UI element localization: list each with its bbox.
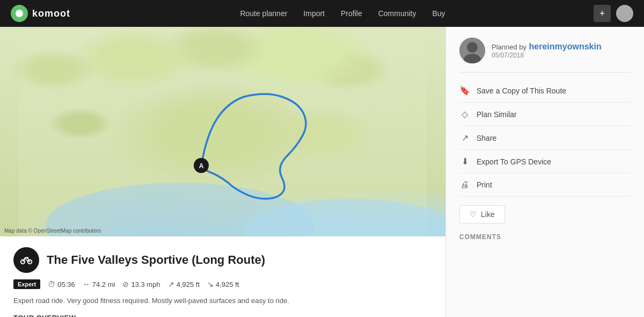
svg-point-9 — [467, 42, 478, 53]
route-svg: A — [0, 27, 445, 236]
descent-value: 4,925 ft — [216, 280, 239, 289]
map-container: A Map data © OpenStreetMap contributors — [0, 27, 445, 236]
planned-by-label: Planned by — [492, 43, 526, 51]
route-title: The Five Valleys Sportive (Long Route) — [47, 253, 265, 267]
print-action[interactable]: 🖨 Print — [459, 174, 631, 197]
stat-speed: ⊘ 13.3 mph — [122, 280, 160, 289]
planner-date: 05/07/2018 — [492, 52, 602, 59]
divider-1 — [459, 72, 631, 73]
distance-icon: ↔ — [83, 280, 90, 289]
nav-route-planner[interactable]: Route planner — [240, 9, 287, 18]
route-description: Expert road ride. Very good fitness requ… — [13, 296, 432, 306]
share-icon: ↗ — [459, 133, 470, 143]
speed-icon: ⊘ — [122, 280, 129, 289]
logo-icon — [11, 5, 28, 22]
heart-icon: ♡ — [470, 210, 477, 219]
duration-value: 05:36 — [57, 280, 75, 289]
export-gps-action[interactable]: ⬇ Export To GPS Device — [459, 150, 631, 174]
plan-similar-action[interactable]: ◇ Plan Similar — [459, 103, 631, 126]
planner-details: Planned by hereinmyownskin 05/07/2018 — [492, 42, 602, 59]
difficulty-badge: Expert — [13, 279, 40, 289]
main-nav: Route planner Import Profile Community B… — [92, 9, 594, 18]
nav-community[interactable]: Community — [378, 9, 416, 18]
comments-label: COMMENTS — [459, 233, 631, 241]
map-copyright: Map data © OpenStreetMap contributors — [4, 228, 101, 234]
print-label: Print — [477, 181, 492, 189]
route-type-icon — [13, 247, 39, 273]
planner-row: Planned by hereinmyownskin 05/07/2018 — [459, 38, 631, 63]
planner-avatar — [459, 38, 485, 63]
route-stats: Expert ⏱ 05:36 ↔ 74.2 mi ⊘ 13.3 mph ↗ 4,… — [13, 279, 432, 289]
planner-info: Planned by hereinmyownskin — [492, 42, 602, 52]
speed-value: 13.3 mph — [131, 280, 160, 289]
share-label: Share — [477, 134, 496, 142]
nav-buy[interactable]: Buy — [433, 9, 445, 18]
distance-value: 74.2 mi — [92, 280, 115, 289]
stat-ascent: ↗ 4,925 ft — [168, 280, 200, 289]
save-copy-label: Save a Copy of This Route — [477, 87, 566, 95]
stat-distance: ↔ 74.2 mi — [83, 280, 115, 289]
user-avatar[interactable] — [616, 5, 633, 22]
right-panel: Planned by hereinmyownskin 05/07/2018 🔖 … — [445, 27, 644, 317]
bookmark-icon: 🔖 — [459, 85, 470, 96]
like-label: Like — [481, 210, 495, 219]
nav-profile[interactable]: Profile — [341, 9, 362, 18]
logo-inner-circle — [16, 10, 23, 17]
diamond-icon: ◇ — [459, 109, 470, 119]
header-actions: + — [594, 5, 633, 22]
ascent-icon: ↗ — [168, 280, 174, 289]
logo[interactable]: komoot — [11, 5, 70, 22]
planner-name-link[interactable]: hereinmyownskin — [529, 42, 602, 51]
like-button[interactable]: ♡ Like — [459, 205, 505, 224]
nav-import[interactable]: Import — [303, 9, 325, 18]
main-layout: A Map data © OpenStreetMap contributors — [0, 27, 644, 317]
stat-duration: ⏱ 05:36 — [48, 280, 75, 289]
route-info: The Five Valleys Sportive (Long Route) E… — [0, 236, 445, 317]
add-button[interactable]: + — [594, 5, 611, 22]
stat-descent: ↘ 4,925 ft — [207, 280, 239, 289]
print-icon: 🖨 — [459, 180, 470, 190]
svg-text:A: A — [199, 162, 204, 170]
clock-icon: ⏱ — [48, 280, 55, 289]
save-copy-action[interactable]: 🔖 Save a Copy of This Route — [459, 79, 631, 103]
svg-point-7 — [27, 257, 28, 258]
share-action[interactable]: ↗ Share — [459, 126, 631, 150]
tour-overview-label: TOUR OVERVIEW — [13, 314, 432, 318]
ascent-value: 4,925 ft — [177, 280, 200, 289]
route-title-row: The Five Valleys Sportive (Long Route) — [13, 247, 432, 273]
logo-text: komoot — [32, 8, 70, 19]
header: komoot Route planner Import Profile Comm… — [0, 0, 644, 27]
plan-similar-label: Plan Similar — [477, 110, 517, 119]
left-panel: A Map data © OpenStreetMap contributors — [0, 27, 445, 317]
export-gps-label: Export To GPS Device — [477, 157, 551, 166]
descent-icon: ↘ — [207, 280, 214, 289]
download-icon: ⬇ — [459, 156, 470, 167]
